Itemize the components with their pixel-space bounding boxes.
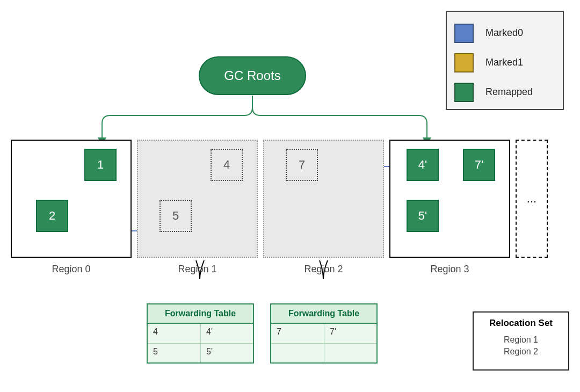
fwd2-r1-from: [271, 344, 324, 362]
region-3: 4' 7' 5' Region 3: [389, 140, 510, 258]
legend-remapped-label: Remapped: [485, 86, 533, 98]
obj-1: 1: [84, 149, 117, 181]
region-1: 4 5 Region 1: [137, 140, 258, 258]
fwd2-row-0: 7 7': [271, 324, 376, 343]
gc-roots-node: GC Roots: [199, 56, 306, 95]
region-1-label: Region 1: [138, 264, 257, 275]
region-more: ...: [516, 140, 548, 258]
obj-7: 7: [286, 149, 318, 181]
legend-marked0: Marked0: [454, 18, 555, 48]
forwarding-table-1: Forwarding Table 4 4' 5 5': [147, 303, 254, 364]
fwd2-r0-from: 7: [271, 324, 324, 343]
region-2-label: Region 2: [264, 264, 383, 275]
region-2: 7 Region 2: [263, 140, 384, 258]
legend-remapped: Remapped: [454, 77, 555, 107]
fwd1-r0-to: 4': [200, 324, 253, 343]
relocation-set-item-2: Region 2: [474, 346, 568, 358]
obj-7p: 7': [463, 149, 495, 181]
fwd1-r1-from: 5: [148, 344, 200, 362]
obj-2: 2: [36, 200, 68, 232]
relocation-set-box: Relocation Set Region 1 Region 2: [473, 311, 569, 371]
fwd1-row-0: 4 4': [148, 324, 253, 343]
legend-box: Marked0 Marked1 Remapped: [446, 11, 564, 110]
forwarding-table-1-header: Forwarding Table: [148, 304, 253, 324]
relocation-set-title: Relocation Set: [474, 318, 568, 329]
fwd2-row-1: [271, 343, 376, 362]
obj-4: 4: [211, 149, 243, 181]
fwd1-r0-from: 4: [148, 324, 200, 343]
swatch-marked1: [454, 53, 474, 72]
region-0: 1 2 Region 0: [11, 140, 132, 258]
forwarding-table-2: Forwarding Table 7 7': [270, 303, 378, 364]
relocation-set-item-1: Region 1: [474, 334, 568, 346]
region-0-label: Region 0: [12, 264, 130, 275]
fwd1-row-1: 5 5': [148, 343, 253, 362]
swatch-remapped: [454, 83, 474, 102]
fwd1-r1-to: 5': [200, 344, 253, 362]
fwd2-r0-to: 7': [324, 324, 376, 343]
legend-marked1-label: Marked1: [485, 57, 523, 68]
obj-5: 5: [160, 200, 192, 232]
obj-5p: 5': [407, 200, 439, 232]
swatch-marked0: [454, 24, 474, 43]
fwd2-r1-to: [324, 344, 376, 362]
legend-marked1: Marked1: [454, 48, 555, 77]
obj-4p: 4': [407, 149, 439, 181]
legend-marked0-label: Marked0: [485, 27, 523, 39]
regions-row: 1 2 Region 0 4 5 Region 1 7 Region 2 4' …: [11, 140, 569, 279]
forwarding-table-2-header: Forwarding Table: [271, 304, 376, 324]
region-3-label: Region 3: [390, 264, 509, 275]
